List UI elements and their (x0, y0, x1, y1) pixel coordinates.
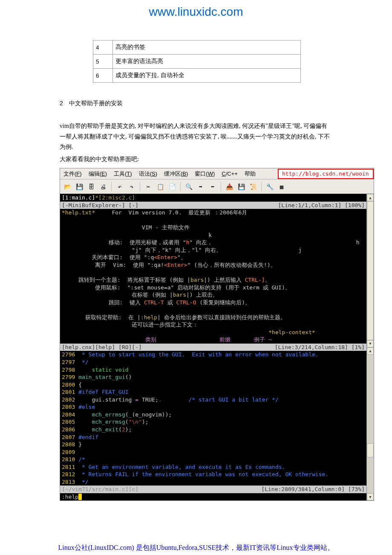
save-icon[interactable]: 💾 (75, 182, 84, 191)
code-line: 2806 mch_exit(2); (60, 426, 366, 434)
open-icon[interactable]: 📂 (63, 182, 72, 191)
find-icon[interactable]: 🔍 (184, 182, 193, 191)
redo-icon[interactable]: ↷ (127, 182, 136, 191)
scroll-down-icon[interactable]: ▼ (367, 493, 374, 500)
code-line: 2796 * Setup to start using the GUI. Exi… (60, 351, 366, 358)
code-line: 2801 #ifdef FEAT_GUI (60, 388, 366, 396)
code-line: 2809 (60, 448, 366, 456)
row-desc: 更丰富的语法高亮 (113, 55, 301, 69)
help-line: 移动: 使用光标键，或者用 "h" 向左， h l (60, 239, 366, 246)
scroll-up-icon[interactable]: ▲ (367, 347, 374, 355)
table-row: 4 高亮的书签 (93, 40, 301, 55)
row-num: 4 (93, 40, 113, 55)
page-header-url: www.linuxidc.com (0, 0, 392, 40)
menubar: 文件(F) 编辑(E) 工具(T) 语法(S) 缓冲区(B) 窗口(W) C/C… (60, 168, 374, 179)
code-statusbar: [~/vim71/src/main.c][c][Line:2809/3841,C… (60, 486, 366, 493)
copy-icon[interactable]: 📋 (156, 182, 165, 191)
page-footer: Linux公社(LinuxIDC.com) 是包括Ubuntu,Fedora,S… (0, 543, 392, 555)
paste-icon[interactable]: 📄 (167, 182, 177, 191)
print-icon[interactable]: 🖨 (98, 182, 108, 191)
help-line: VIM - 主帮助文件 (60, 224, 366, 231)
table-row: 5 更丰富的语法高亮 (93, 55, 301, 69)
scroll-up-icon[interactable]: ▲ (367, 194, 374, 201)
code-line: 2810 /* (60, 456, 366, 463)
saveall-icon[interactable]: 🗄 (86, 182, 96, 191)
row-num: 6 (93, 69, 113, 83)
help-line: *help-context* (60, 329, 366, 336)
menu-window[interactable]: 窗口(W) (191, 170, 218, 178)
row-desc: 高亮的书签 (113, 40, 301, 55)
scroll-down-icon[interactable]: ▼ (367, 340, 374, 347)
command-line[interactable]: :help (60, 493, 366, 501)
help-line: 使用鼠标: ":set mouse=a" 启动对鼠标的支持 (用于 xterm … (60, 284, 366, 292)
code-line: 2802 gui.starting = TRUE;. /* start GUI … (60, 396, 366, 404)
code-line: 2798 static void (60, 366, 366, 374)
code-line: 2805 mch_errmsg("\n"); (60, 418, 366, 426)
buffer-tabs[interactable]: [1:main.c]*[2:misc2.c] (60, 194, 366, 202)
row-num: 5 (93, 55, 113, 69)
menu-edit[interactable]: 编辑(E) (85, 170, 110, 178)
paragraph: vim自带的帮助手册是英文的, 对平时编程的人来说没有多大阅读困难, 何况还有"… (60, 121, 332, 153)
help-line: 在标签 (例如 |bars|) 上双击。 (60, 291, 366, 299)
help-line: 关闭本窗口: 使用 ":q<Enter>"。 (60, 254, 366, 261)
help-line: 跳回: 键入 CTRL-T 或 CTRL-O (重复则继续向后)。 (60, 299, 366, 306)
session-load-icon[interactable]: 📥 (225, 182, 234, 191)
row-desc: 成员变量的下拉, 自动补全 (113, 69, 301, 83)
minibuf-statusbar: [-MiniBufExplorer-] [-][Line:1/1,Column:… (60, 202, 366, 209)
table-row: 6 成员变量的下拉, 自动补全 (93, 69, 301, 83)
script-icon[interactable]: 📜 (248, 182, 258, 191)
help-statusbar: [help.cnx][help] [RO][-][Line:3/214,Colu… (60, 344, 366, 351)
help-line: 类别 前缀 例子 ~ (60, 336, 366, 344)
code-line: 2799 main_start_gui() (60, 373, 366, 381)
feature-table: 4 高亮的书签 5 更丰富的语法高亮 6 成员变量的下拉, 自动补全 (93, 40, 301, 83)
help-line: 获取特定帮助: 在 |:help| 命令后给出参数可以直接跳转到任何的帮助主题。 (60, 314, 366, 321)
code-line: 2797 */ (60, 358, 366, 366)
help-line: *help.txt* For Vim version 7.0. 最近更新 ：20… (60, 209, 366, 217)
vim-editor-screenshot: 文件(F) 编辑(E) 工具(T) 语法(S) 缓冲区(B) 窗口(W) C/C… (60, 168, 374, 501)
code-line: 2804 mch_errmsg(_(e_nogvim)); (60, 411, 366, 419)
code-line: 2811 * Get an environment variable, and … (60, 463, 366, 471)
section-heading: 2 中文帮助手册的安装 (60, 100, 332, 107)
menu-buffers[interactable]: 缓冲区(B) (161, 170, 191, 178)
toolbar: 📂 💾 🗄 🖨 ↶ ↷ ✂ 📋 📄 🔍 ➡ ⬅ 📥 💾 📜 🔧 ▦ (60, 179, 374, 194)
tags-icon[interactable]: ▦ (277, 182, 286, 191)
next-icon[interactable]: ➡ (196, 182, 205, 191)
blog-url-overlay: http://blog.csdn.net/wooin (278, 169, 374, 179)
help-line: 还可以进一步指定上下文： (60, 321, 366, 329)
undo-icon[interactable]: ↶ (115, 182, 124, 191)
code-line: 2803 #else (60, 403, 366, 411)
menu-syntax[interactable]: 语法(S) (135, 170, 161, 178)
cut-icon[interactable]: ✂ (144, 182, 153, 191)
menu-tools[interactable]: 工具(T) (110, 170, 135, 178)
code-line: 2800 { (60, 381, 366, 389)
help-line: k (60, 231, 366, 239)
help-line: "j" 向下，"k" 向上，"l" 向右。 j (60, 246, 366, 254)
help-line: 跳转到一个主题: 将光标置于标签 (例如 |bars|) 上然后输入 CTRL-… (60, 276, 366, 284)
session-save-icon[interactable]: 💾 (236, 182, 246, 191)
menu-ccpp[interactable]: C/C++ (218, 171, 241, 177)
make-icon[interactable]: 🔧 (265, 182, 274, 191)
menu-help[interactable]: 帮助 (241, 170, 259, 178)
code-line: 2808 } (60, 441, 366, 448)
paragraph: 大家看看我的中文帮助界面吧: (60, 154, 332, 165)
vertical-scrollbar[interactable]: ▲ ▼ ▲ ▼ (366, 194, 374, 500)
help-line: 离开 Vim: 使用 ":qa!<Enter>" (当心，所有的改动都会丢失!)… (60, 261, 366, 269)
menu-file[interactable]: 文件(F) (60, 170, 85, 178)
code-line: 2812 * Returns FAIL if the environment v… (60, 471, 366, 478)
prev-icon[interactable]: ⬅ (208, 182, 217, 191)
code-line: 2813 */ (60, 478, 366, 486)
code-line: 2807 #endif (60, 434, 366, 441)
